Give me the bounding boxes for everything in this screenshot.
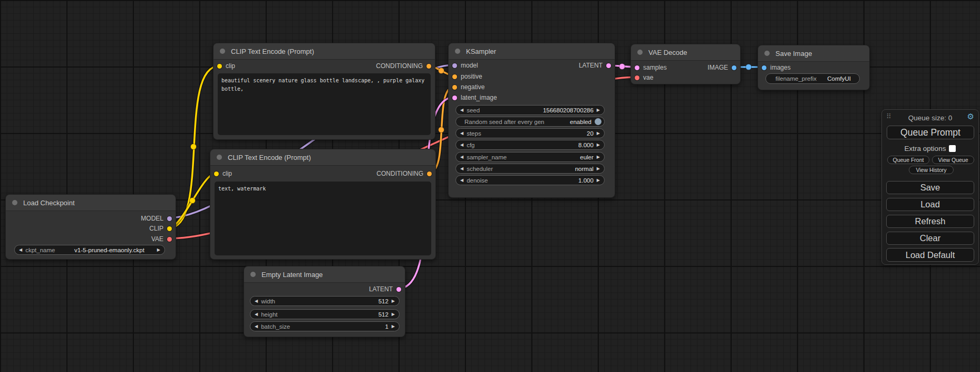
decrement-arrow-icon[interactable]: ◀	[255, 299, 258, 303]
refresh-button[interactable]: Refresh	[886, 215, 974, 228]
filename-prefix-widget[interactable]: filename_prefix ComfyUI	[765, 73, 860, 84]
collapse-dot-icon[interactable]	[217, 155, 222, 160]
negative-prompt-textarea[interactable]: text, watermark	[215, 182, 431, 255]
toggle-dot-icon[interactable]	[595, 118, 601, 125]
collapse-dot-icon[interactable]	[12, 200, 17, 205]
increment-arrow-icon[interactable]: ▶	[597, 167, 600, 171]
view-history-button[interactable]: View History	[909, 166, 954, 174]
conditioning-output-port[interactable]	[427, 171, 432, 176]
output-slot-model: MODEL	[6, 213, 176, 224]
node-title: VAE Decode	[648, 49, 687, 56]
node-title-bar[interactable]: Save Image	[758, 45, 869, 62]
increment-arrow-icon[interactable]: ▶	[157, 248, 160, 252]
input-label: negative	[461, 83, 484, 91]
node-title-bar[interactable]: Load Checkpoint	[6, 195, 176, 211]
extra-options-checkbox[interactable]	[949, 145, 956, 152]
node-title-bar[interactable]: VAE Decode	[631, 44, 740, 61]
load-default-button[interactable]: Load Default	[886, 248, 974, 262]
node-clip-text-encode-positive[interactable]: CLIP Text Encode (Prompt) clip CONDITION…	[213, 43, 435, 140]
sampler-name-widget[interactable]: ◀ sampler_name euler ▶	[455, 152, 605, 162]
decrement-arrow-icon[interactable]: ◀	[255, 325, 258, 329]
increment-arrow-icon[interactable]: ▶	[392, 299, 395, 303]
node-title-bar[interactable]: CLIP Text Encode (Prompt)	[210, 149, 435, 166]
increment-arrow-icon[interactable]: ▶	[597, 131, 600, 136]
latent-image-input-port[interactable]	[452, 96, 457, 100]
increment-arrow-icon[interactable]: ▶	[597, 143, 600, 147]
decrement-arrow-icon[interactable]: ◀	[460, 167, 463, 171]
save-button[interactable]: Save	[886, 181, 974, 194]
collapse-dot-icon[interactable]	[250, 272, 256, 277]
input-slot-latent-image: latent_image	[449, 92, 615, 103]
seed-widget[interactable]: ◀ seed 156680208700286 ▶	[455, 105, 605, 115]
decrement-arrow-icon[interactable]: ◀	[19, 248, 22, 252]
node-clip-text-encode-negative[interactable]: CLIP Text Encode (Prompt) clip CONDITION…	[210, 149, 436, 260]
samples-input-port[interactable]	[635, 65, 639, 70]
collapse-dot-icon[interactable]	[637, 50, 643, 55]
increment-arrow-icon[interactable]: ▶	[392, 325, 395, 329]
node-vae-decode[interactable]: VAE Decode samples IMAGE vae	[630, 44, 741, 84]
images-input-port[interactable]	[762, 65, 766, 70]
random-seed-toggle-widget[interactable]: Random seed after every gen enabled	[455, 117, 605, 127]
increment-arrow-icon[interactable]: ▶	[392, 312, 395, 317]
denoise-widget[interactable]: ◀ denoise 1.000 ▶	[455, 175, 605, 185]
width-widget[interactable]: ◀ width 512 ▶	[250, 296, 400, 306]
queue-prompt-button[interactable]: Queue Prompt	[887, 126, 974, 139]
positive-input-port[interactable]	[452, 74, 457, 79]
scheduler-widget[interactable]: ◀ scheduler normal ▶	[455, 164, 605, 174]
widget-label: scheduler	[467, 166, 493, 172]
view-queue-button[interactable]: View Queue	[932, 156, 974, 164]
steps-widget[interactable]: ◀ steps 20 ▶	[455, 128, 605, 138]
decrement-arrow-icon[interactable]: ◀	[460, 143, 463, 147]
node-ksampler[interactable]: KSampler model LATENT positive negative …	[448, 43, 615, 198]
node-title-bar[interactable]: KSampler	[449, 43, 615, 60]
queue-front-button[interactable]: Queue Front	[887, 156, 929, 164]
gear-icon[interactable]: ⚙	[967, 112, 974, 121]
decrement-arrow-icon[interactable]: ◀	[460, 108, 463, 112]
widget-value: 1	[385, 323, 388, 330]
increment-arrow-icon[interactable]: ▶	[597, 108, 600, 112]
link-midpoint-dot-positive-conditioning[interactable]	[439, 68, 444, 74]
input-label: model	[461, 62, 478, 69]
decrement-arrow-icon[interactable]: ◀	[460, 178, 463, 183]
decrement-arrow-icon[interactable]: ◀	[460, 155, 463, 159]
clip-input-port[interactable]	[214, 171, 219, 176]
vae-input-port[interactable]	[635, 75, 639, 80]
node-empty-latent-image[interactable]: Empty Latent Image LATENT ◀ width 512 ▶ …	[244, 266, 405, 337]
link-midpoint-dot-negative-conditioning[interactable]	[439, 127, 444, 133]
increment-arrow-icon[interactable]: ▶	[597, 178, 600, 183]
input-slot-images: images	[758, 62, 869, 73]
node-canvas[interactable]: Load Checkpoint MODEL CLIP VAE ◀ ckpt_na…	[0, 0, 980, 372]
conditioning-output-port[interactable]	[426, 64, 431, 69]
clip-output-port[interactable]	[167, 226, 172, 231]
model-output-port[interactable]	[167, 216, 172, 221]
latent-output-port[interactable]	[396, 287, 401, 292]
collapse-dot-icon[interactable]	[220, 49, 225, 54]
negative-input-port[interactable]	[452, 85, 457, 90]
clear-button[interactable]: Clear	[886, 232, 974, 245]
collapse-dot-icon[interactable]	[455, 49, 460, 54]
node-title-bar[interactable]: Empty Latent Image	[244, 266, 405, 283]
link-midpoint-dot-clip-to-negative-prompt[interactable]	[190, 198, 196, 204]
positive-prompt-textarea[interactable]: beautiful scenery nature glass bottle la…	[218, 73, 431, 135]
height-widget[interactable]: ◀ height 512 ▶	[250, 309, 400, 319]
decrement-arrow-icon[interactable]: ◀	[255, 312, 258, 317]
load-button[interactable]: Load	[886, 198, 974, 211]
cfg-widget[interactable]: ◀ cfg 8.000 ▶	[455, 140, 605, 150]
latent-output-port[interactable]	[606, 63, 611, 68]
node-save-image[interactable]: Save Image images filename_prefix ComfyU…	[758, 45, 870, 90]
link-midpoint-dot-clip-to-positive-prompt[interactable]	[191, 144, 197, 150]
link-midpoint-dot-image[interactable]	[746, 64, 752, 70]
model-input-port[interactable]	[452, 63, 457, 68]
clip-input-port[interactable]	[217, 64, 222, 69]
node-title-bar[interactable]: CLIP Text Encode (Prompt)	[214, 43, 435, 60]
collapse-dot-icon[interactable]	[764, 51, 770, 56]
extra-options-label: Extra options	[905, 145, 946, 152]
decrement-arrow-icon[interactable]: ◀	[460, 131, 463, 136]
vae-output-port[interactable]	[167, 237, 172, 242]
ckpt-name-widget[interactable]: ◀ ckpt_name v1-5-pruned-emaonly.ckpt ▶	[14, 245, 165, 255]
node-load-checkpoint[interactable]: Load Checkpoint MODEL CLIP VAE ◀ ckpt_na…	[5, 194, 176, 260]
batch-size-widget[interactable]: ◀ batch_size 1 ▶	[250, 321, 400, 331]
image-output-port[interactable]	[732, 65, 736, 70]
increment-arrow-icon[interactable]: ▶	[597, 155, 600, 159]
link-midpoint-dot-samples[interactable]	[619, 64, 625, 70]
